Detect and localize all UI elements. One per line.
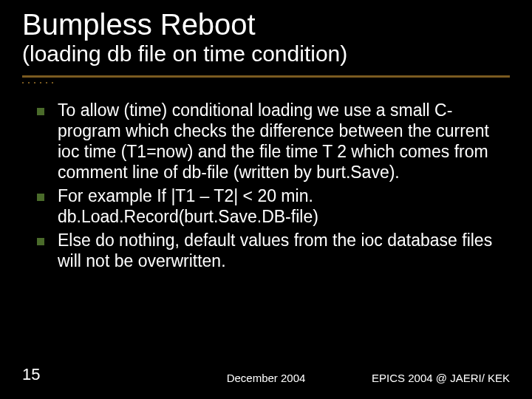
divider-dots bbox=[22, 81, 510, 85]
slide-subtitle: (loading db file on time condition) bbox=[22, 41, 510, 66]
bullet-text: For example If |T1 – T2| < 20 min. db.Lo… bbox=[58, 185, 502, 227]
divider-line bbox=[22, 75, 510, 78]
page-number: 15 bbox=[22, 365, 40, 384]
slide-title: Bumpless Reboot bbox=[22, 9, 510, 40]
slide: Bumpless Reboot (loading db file on time… bbox=[0, 0, 532, 399]
list-item: To allow (time) conditional loading we u… bbox=[37, 100, 502, 183]
bullet-text: Else do nothing, default values from the… bbox=[58, 230, 502, 271]
square-bullet-icon bbox=[37, 238, 44, 245]
footer-center: December 2004 bbox=[227, 372, 306, 384]
divider bbox=[22, 75, 510, 85]
list-item: For example If |T1 – T2| < 20 min. db.Lo… bbox=[37, 185, 502, 227]
footer-right: EPICS 2004 @ JAERI/ KEK bbox=[372, 372, 510, 384]
content-area: To allow (time) conditional loading we u… bbox=[22, 100, 510, 271]
bullet-text: To allow (time) conditional loading we u… bbox=[58, 100, 502, 183]
square-bullet-icon bbox=[37, 108, 44, 115]
list-item: Else do nothing, default values from the… bbox=[37, 230, 502, 271]
square-bullet-icon bbox=[37, 194, 44, 201]
